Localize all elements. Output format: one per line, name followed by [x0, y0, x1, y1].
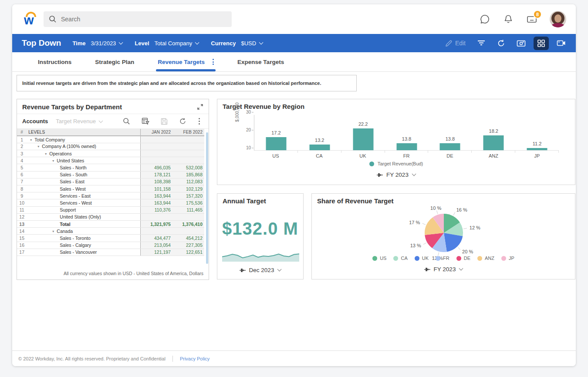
cell-feb[interactable]: [172, 157, 204, 164]
table-row[interactable]: 8Sales - West101,158102,129: [17, 185, 204, 192]
cell-jan[interactable]: [141, 228, 172, 235]
legend-item-anz[interactable]: ANZ: [477, 256, 494, 261]
search-input[interactable]: [61, 16, 226, 23]
cell-feb[interactable]: 532,008: [172, 164, 204, 171]
row-label[interactable]: ▾Canada: [27, 228, 141, 235]
table-row[interactable]: 10Services - West163,944175,536: [17, 199, 204, 206]
row-label[interactable]: Services - West: [27, 199, 141, 206]
cell-jan[interactable]: [141, 150, 172, 157]
inbox-tray-icon[interactable]: 8: [526, 13, 537, 25]
time-selector[interactable]: 3/31/2023: [91, 40, 123, 47]
row-label[interactable]: United States (Only): [27, 213, 141, 220]
tab-strategic-plan[interactable]: Strategic Plan: [93, 54, 136, 71]
table-kebab-icon[interactable]: [198, 117, 201, 126]
row-label[interactable]: Sales - Toronto: [27, 235, 141, 242]
cell-feb[interactable]: [172, 228, 204, 235]
search-box[interactable]: [44, 11, 232, 27]
table-row[interactable]: 3▾Operations: [17, 150, 204, 157]
table-search-icon[interactable]: [123, 118, 130, 125]
level-selector[interactable]: Total Company: [155, 40, 199, 47]
col-header-num[interactable]: #: [17, 129, 27, 136]
accounts-selector[interactable]: Accounts: [22, 118, 48, 125]
user-avatar[interactable]: [550, 11, 566, 27]
table-row[interactable]: 14▾Canada: [17, 228, 204, 235]
tab-instructions[interactable]: Instructions: [36, 54, 73, 71]
table-row[interactable]: 16Sales - Calgary213,054227,305: [17, 242, 204, 249]
cell-jan[interactable]: [141, 213, 172, 220]
snapshot-button[interactable]: [513, 37, 529, 50]
filter-button[interactable]: [473, 37, 489, 49]
cell-feb[interactable]: [172, 136, 204, 143]
sheet-filter-icon[interactable]: [142, 118, 149, 125]
table-row[interactable]: 11Support110,376111,465: [17, 206, 204, 213]
tree-caret-icon[interactable]: ▾: [37, 145, 39, 148]
row-label[interactable]: Sales - Vancouver: [27, 249, 141, 256]
cell-feb[interactable]: 112,083: [172, 178, 204, 185]
row-label[interactable]: ▾Total Company: [27, 136, 141, 143]
kpi-period-selector[interactable]: Dec 2023: [217, 267, 303, 273]
legend-item-fr[interactable]: FR: [436, 256, 449, 261]
cell-jan[interactable]: 1,321,975: [141, 220, 172, 227]
cell-jan[interactable]: 178,121: [141, 171, 172, 178]
legend-item-de[interactable]: DE: [456, 256, 470, 261]
cell-feb[interactable]: 157,320: [172, 192, 204, 199]
bar-period-selector[interactable]: FY 2023: [217, 172, 575, 178]
row-label[interactable]: Sales - East: [27, 178, 141, 185]
cell-feb[interactable]: [172, 143, 204, 150]
table-row[interactable]: 7Sales - East108,398112,083: [17, 178, 204, 185]
cell-jan[interactable]: 110,376: [141, 206, 172, 213]
expand-icon[interactable]: [197, 104, 203, 110]
tab-revenue-targets[interactable]: Revenue Targets: [156, 54, 206, 71]
cell-jan[interactable]: 434,477: [141, 235, 172, 242]
table-row[interactable]: 5Sales - North496,035532,008: [17, 164, 204, 171]
tree-caret-icon[interactable]: ▾: [45, 152, 47, 156]
video-button[interactable]: [553, 37, 570, 49]
table-row[interactable]: 13Total1,321,9751,376,410: [17, 220, 204, 227]
tab-expense-targets[interactable]: Expense Targets: [236, 54, 286, 71]
bar[interactable]: [353, 128, 373, 150]
row-label[interactable]: Sales - South: [27, 171, 141, 178]
table-refresh-icon[interactable]: [179, 118, 186, 125]
table-row[interactable]: 1▾Total Company: [17, 136, 204, 143]
cell-feb[interactable]: 122,651: [172, 249, 204, 256]
table-row[interactable]: 2▾Company A (100% owned): [17, 143, 204, 150]
bar[interactable]: [309, 145, 330, 150]
table-row[interactable]: 12United States (Only): [17, 213, 204, 220]
cell-jan[interactable]: 496,035: [141, 164, 172, 171]
cell-jan[interactable]: 121,197: [141, 249, 172, 256]
tree-caret-icon[interactable]: ▾: [52, 159, 54, 163]
bar[interactable]: [266, 137, 286, 150]
refresh-button[interactable]: [493, 37, 509, 50]
bar-chart-legend[interactable]: Target Revenue(Bud): [217, 161, 575, 166]
save-icon[interactable]: [161, 118, 168, 125]
cell-jan[interactable]: 163,944: [141, 199, 172, 206]
notifications-bell-icon[interactable]: [503, 13, 514, 25]
cell-feb[interactable]: 111,465: [172, 206, 204, 213]
bar[interactable]: [483, 135, 504, 150]
tree-caret-icon[interactable]: ▾: [52, 229, 54, 233]
row-label[interactable]: ▾Company A (100% owned): [27, 143, 141, 150]
cell-jan[interactable]: [141, 143, 172, 150]
grid-view-button[interactable]: [534, 37, 549, 50]
version-selector[interactable]: Target Revenue: [56, 118, 102, 125]
currency-selector[interactable]: $USD: [241, 40, 263, 47]
table-row[interactable]: 4▾United States: [17, 157, 204, 164]
tab-menu-kebab-icon[interactable]: [211, 57, 216, 67]
cell-feb[interactable]: 102,129: [172, 185, 204, 192]
cell-feb[interactable]: 227,305: [172, 242, 204, 249]
workday-logo[interactable]: w: [23, 10, 40, 28]
row-label[interactable]: Support: [27, 206, 141, 213]
cell-feb[interactable]: 1,376,410: [172, 220, 204, 227]
col-header-jan[interactable]: JAN 2022: [141, 129, 172, 136]
table-row[interactable]: 9Services - East163,944157,320: [17, 192, 204, 199]
cell-feb[interactable]: 175,536: [172, 199, 204, 206]
cell-jan[interactable]: [141, 157, 172, 164]
pie-chart[interactable]: 16 %12 %20 %13 %13 %17 %10 %: [365, 196, 522, 262]
pie-period-selector[interactable]: FY 2023: [312, 266, 575, 273]
col-header-levels[interactable]: LEVELS: [27, 129, 141, 136]
tree-caret-icon[interactable]: ▾: [30, 138, 32, 142]
row-label[interactable]: Sales - North: [27, 164, 141, 171]
row-label[interactable]: ▾United States: [27, 157, 141, 164]
legend-item-jp[interactable]: JP: [501, 256, 514, 261]
legend-item-ca[interactable]: CA: [393, 256, 407, 261]
